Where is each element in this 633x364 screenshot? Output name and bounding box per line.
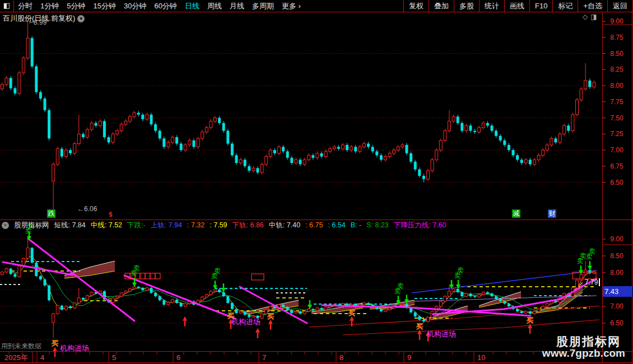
line-value-label: 7.79 xyxy=(585,278,600,286)
main-pane xyxy=(0,22,601,211)
chevron-down-icon[interactable]: ▾ xyxy=(77,15,85,22)
period-tab-5分钟[interactable]: 5分钟 xyxy=(63,0,89,12)
svg-text:8.50: 8.50 xyxy=(610,50,623,58)
low-price-label: ←6.06 xyxy=(77,205,97,213)
action-button-返回[interactable]: 返回 xyxy=(607,0,633,12)
action-button-画线[interactable]: 画线 xyxy=(504,0,529,12)
time-axis: 2025年45678910 xyxy=(4,352,587,362)
indicator-value: : 7.32 xyxy=(187,221,204,229)
right-edge-vline xyxy=(632,12,632,364)
event-badge: 减 xyxy=(512,209,520,218)
period-tab-60分钟[interactable]: 60分钟 xyxy=(150,0,180,12)
indicator-value: : 6.75 xyxy=(305,221,323,229)
indicator-value: 下降压力线: 7.60 xyxy=(394,221,446,230)
svg-text:买: 买 xyxy=(348,309,355,317)
period-tab-30分钟[interactable]: 30分钟 xyxy=(120,0,150,12)
action-button-+自选[interactable]: +自选 xyxy=(578,0,607,12)
action-button-多股[interactable]: 多股 xyxy=(454,0,479,12)
title-icons: ◇ ◨ xyxy=(583,13,597,21)
indicator-header: ˅ 股朋指标网短线: 7.84中线: 7.52下跌:-上轨: 7.94: 7.3… xyxy=(2,221,446,230)
action-toolbar: 复权叠加多股统计画线F10标记+自选返回 xyxy=(403,0,633,12)
time-axis-bottom-line xyxy=(0,362,633,363)
action-button-标记[interactable]: 标记 xyxy=(552,0,578,12)
svg-text:卖: 卖 xyxy=(457,267,464,274)
future-data-note: 用到未来数据 xyxy=(1,342,41,351)
indicator-value: S: 8.23 xyxy=(366,221,389,229)
indicator-value: 中线: 7.52 xyxy=(91,221,122,230)
indicator-pane xyxy=(0,239,601,340)
watermark-url: www.7gpzb.com xyxy=(531,347,625,360)
svg-text:6.50: 6.50 xyxy=(610,319,623,327)
svg-text:机构进场: 机构进场 xyxy=(427,330,456,338)
svg-text:7.50: 7.50 xyxy=(610,114,623,122)
svg-text:8.50: 8.50 xyxy=(610,252,623,260)
period-tab-多周期[interactable]: 多周期 xyxy=(248,0,278,12)
period-tab-周线[interactable]: 周线 xyxy=(203,0,226,12)
panel-icon[interactable]: ◨ xyxy=(590,13,597,21)
last-value-box: 7.43 xyxy=(603,286,632,297)
svg-text:2025年: 2025年 xyxy=(4,353,28,362)
svg-text:4: 4 xyxy=(40,353,44,362)
period-tab-月线[interactable]: 月线 xyxy=(226,0,248,12)
svg-text:买: 买 xyxy=(52,339,58,347)
period-tab-分时[interactable]: 分时 xyxy=(14,0,36,12)
action-button-叠加[interactable]: 叠加 xyxy=(429,0,454,12)
svg-text:7.00: 7.00 xyxy=(610,146,623,154)
action-button-F10[interactable]: F10 xyxy=(529,0,552,12)
svg-text:9.00: 9.00 xyxy=(610,235,623,243)
svg-text:机构进场: 机构进场 xyxy=(231,318,260,326)
price-axes: 9.008.758.508.258.007.757.507.257.006.75… xyxy=(602,17,633,327)
indicator-value: 上轨: 7.94 xyxy=(151,221,182,230)
axis-vline xyxy=(602,12,603,362)
svg-text:7.00: 7.00 xyxy=(610,302,623,310)
event-badge: 跌 xyxy=(47,209,55,218)
indicator-value: 下轨: 6.86 xyxy=(232,221,264,230)
svg-text:买: 买 xyxy=(527,316,533,324)
svg-text:6.50: 6.50 xyxy=(610,179,623,186)
svg-text:6: 6 xyxy=(176,353,180,362)
indicator-value: 下跌:- xyxy=(127,221,146,230)
svg-text:5: 5 xyxy=(112,353,116,362)
svg-text:8: 8 xyxy=(339,353,343,362)
action-button-统计[interactable]: 统计 xyxy=(479,0,504,12)
collapse-icon[interactable]: ˅ xyxy=(2,222,9,229)
svg-text:7.75: 7.75 xyxy=(610,98,623,106)
indicator-value: 短线: 7.84 xyxy=(54,221,86,230)
svg-text:卖: 卖 xyxy=(214,267,221,275)
period-tab-1分钟[interactable]: 1分钟 xyxy=(36,0,63,12)
svg-text:6.75: 6.75 xyxy=(610,162,623,170)
period-tab-日线[interactable]: 日线 xyxy=(181,0,203,12)
svg-text:7.25: 7.25 xyxy=(610,130,623,138)
stock-app-window: ◧ 分时1分钟5分钟15分钟30分钟60分钟日线周线月线多周期更多 › 复权叠加… xyxy=(0,0,633,364)
svg-text:8.00: 8.00 xyxy=(610,269,623,277)
svg-text:卖: 卖 xyxy=(133,264,140,272)
indicator-value: : 6.54 xyxy=(328,221,345,229)
diamond-icon[interactable]: ◇ xyxy=(583,13,588,21)
indicator-value: 股朋指标网 xyxy=(14,221,49,230)
indicator-value: : 7.59 xyxy=(210,221,227,229)
svg-text:9: 9 xyxy=(407,353,411,362)
svg-text:卖: 卖 xyxy=(397,282,404,290)
svg-text:8.25: 8.25 xyxy=(610,66,623,73)
svg-text:9.00: 9.00 xyxy=(610,17,623,25)
svg-text:7: 7 xyxy=(262,353,266,362)
signal-s-marker: ŝ xyxy=(109,211,113,218)
action-button-复权[interactable]: 复权 xyxy=(403,0,429,12)
indicator-value: 中轨: 7.40 xyxy=(269,221,300,230)
svg-text:8.00: 8.00 xyxy=(610,82,623,90)
period-tab-更多 ›[interactable]: 更多 › xyxy=(278,0,305,12)
svg-text:买: 买 xyxy=(267,312,274,320)
period-tab-15分钟[interactable]: 15分钟 xyxy=(89,0,119,12)
high-price-label: 8.99 xyxy=(34,18,46,26)
signal-markers: 卖卖卖卖卖卖卖卖卖卖卖卖卖卖买买买买买买机构进场机构进场机构进场 xyxy=(25,222,595,357)
indicator-value: B: - xyxy=(351,221,361,229)
svg-text:卖: 卖 xyxy=(589,248,595,255)
period-toolbar: ◧ 分时1分钟5分钟15分钟30分钟60分钟日线周线月线多周期更多 › 复权叠加… xyxy=(0,0,633,12)
chart-canvas: 卖卖卖卖卖卖卖卖卖卖卖卖卖卖买买买买买买机构进场机构进场机构进场9.008.75… xyxy=(0,0,633,364)
svg-text:10: 10 xyxy=(477,353,485,362)
svg-text:8.75: 8.75 xyxy=(610,34,623,41)
window-split-icon[interactable]: ◧ xyxy=(0,0,14,12)
svg-text:买: 买 xyxy=(416,323,423,330)
event-badge: 财 xyxy=(548,209,556,218)
period-tabs: 分时1分钟5分钟15分钟30分钟60分钟日线周线月线多周期更多 › xyxy=(14,0,305,12)
